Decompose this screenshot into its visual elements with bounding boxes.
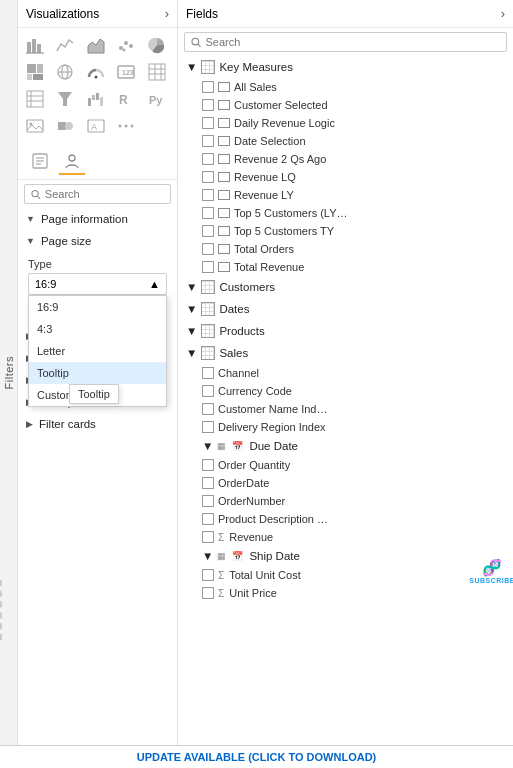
filter-cards-chevron: ▶	[26, 419, 33, 429]
field-item-date-selection[interactable]: Date Selection	[178, 132, 513, 150]
viz-icon-card[interactable]: 123	[113, 59, 139, 85]
dropdown-item-letter[interactable]: Letter	[29, 340, 166, 362]
all-sales-checkbox[interactable]	[202, 81, 214, 93]
customers-label: Customers	[219, 281, 275, 293]
field-item-total-revenue[interactable]: Total Revenue	[178, 258, 513, 276]
field-item-total-orders[interactable]: Total Orders	[178, 240, 513, 258]
field-item-revenue[interactable]: Σ Revenue	[178, 528, 513, 546]
svg-rect-24	[27, 91, 43, 107]
field-group-products[interactable]: ▼ Products	[178, 320, 513, 342]
viz-icon-image[interactable]	[22, 113, 48, 139]
page-size-chevron: ▼	[26, 236, 35, 246]
total-revenue-checkbox[interactable]	[202, 261, 214, 273]
field-item-channel[interactable]: Channel	[178, 364, 513, 382]
revenue-ly-checkbox[interactable]	[202, 189, 214, 201]
order-quantity-checkbox[interactable]	[202, 459, 214, 471]
fields-search-box[interactable]	[184, 32, 507, 52]
dropdown-item-169[interactable]: 16:9	[29, 296, 166, 318]
fields-arrow[interactable]: ›	[501, 6, 505, 21]
format-button[interactable]	[26, 147, 54, 175]
viz-icon-textbox[interactable]: A	[83, 113, 109, 139]
fields-button[interactable]	[58, 147, 86, 175]
channel-checkbox[interactable]	[202, 367, 214, 379]
top5-ly-checkbox[interactable]	[202, 207, 214, 219]
revenue-lq-checkbox[interactable]	[202, 171, 214, 183]
field-item-top5-ty[interactable]: Top 5 Customers TY	[178, 222, 513, 240]
field-group-customers[interactable]: ▼ Customers	[178, 276, 513, 298]
total-unit-cost-checkbox[interactable]	[202, 569, 214, 581]
dropdown-item-custom[interactable]: Custom	[29, 384, 166, 406]
field-item-revenue-lq[interactable]: Revenue LQ	[178, 168, 513, 186]
unit-price-checkbox[interactable]	[202, 587, 214, 599]
customer-name-checkbox[interactable]	[202, 403, 214, 415]
dropdown-item-tooltip[interactable]: Tooltip Tooltip	[29, 362, 166, 384]
svg-rect-2	[37, 44, 41, 53]
field-item-revenue-ly[interactable]: Revenue LY	[178, 186, 513, 204]
top5-ty-checkbox[interactable]	[202, 225, 214, 237]
unit-price-label: Unit Price	[229, 587, 277, 599]
currency-code-checkbox[interactable]	[202, 385, 214, 397]
viz-icon-pie[interactable]	[144, 32, 170, 58]
viz-icon-python[interactable]: Py	[144, 86, 170, 112]
field-item-all-sales[interactable]: All Sales	[178, 78, 513, 96]
date-selection-checkbox[interactable]	[202, 135, 214, 147]
viz-icon-scatter[interactable]	[113, 32, 139, 58]
viz-icon-matrix[interactable]	[22, 86, 48, 112]
filter-cards-header[interactable]: ▶ Filter cards	[18, 413, 177, 435]
viz-icon-table[interactable]	[144, 59, 170, 85]
page-size-header[interactable]: ▼ Page size	[18, 230, 177, 252]
viz-icon-more[interactable]	[113, 113, 139, 139]
field-item-customer-name[interactable]: Customer Name Ind…	[178, 400, 513, 418]
field-group-key-measures[interactable]: ▼ Key Measures	[178, 56, 513, 78]
page-information-header[interactable]: ▼ Page information	[18, 208, 177, 230]
field-item-top5-ly[interactable]: Top 5 Customers (LY…	[178, 204, 513, 222]
field-item-product-description[interactable]: Product Description …	[178, 510, 513, 528]
viz-search-box[interactable]	[24, 184, 171, 204]
field-item-delivery-region[interactable]: Delivery Region Index	[178, 418, 513, 436]
product-description-checkbox[interactable]	[202, 513, 214, 525]
field-item-ordernumber[interactable]: OrderNumber	[178, 492, 513, 510]
field-group-sales[interactable]: ▼ Sales	[178, 342, 513, 364]
viz-icon-shape[interactable]	[52, 113, 78, 139]
delivery-region-checkbox[interactable]	[202, 421, 214, 433]
daily-revenue-checkbox[interactable]	[202, 117, 214, 129]
viz-panel-arrow[interactable]: ›	[165, 6, 169, 21]
filters-label: Filters	[3, 356, 15, 389]
customer-selected-checkbox[interactable]	[202, 99, 214, 111]
viz-icon-gauge[interactable]	[83, 59, 109, 85]
total-orders-checkbox[interactable]	[202, 243, 214, 255]
update-bar[interactable]: UPDATE AVAILABLE (CLICK TO DOWNLOAD)	[0, 745, 513, 768]
fields-search-input[interactable]	[205, 36, 500, 48]
field-group-due-date[interactable]: ▼ ▦ 📅 Due Date	[178, 436, 513, 456]
viz-icon-area-chart[interactable]	[83, 32, 109, 58]
viz-icon-map[interactable]	[52, 59, 78, 85]
viz-icon-line-chart[interactable]	[52, 32, 78, 58]
field-item-total-unit-cost[interactable]: Σ Total Unit Cost 🧬 SUBSCRIBE	[178, 566, 513, 584]
field-group-dates[interactable]: ▼ Dates	[178, 298, 513, 320]
field-item-unit-price[interactable]: Σ Unit Price	[178, 584, 513, 602]
field-item-order-quantity[interactable]: Order Quantity	[178, 456, 513, 474]
revenue-2qs-checkbox[interactable]	[202, 153, 214, 165]
viz-icon-waterfall[interactable]	[83, 86, 109, 112]
dropdown-item-43[interactable]: 4:3	[29, 318, 166, 340]
field-group-ship-date[interactable]: ▼ ▦ 📅 Ship Date	[178, 546, 513, 566]
field-item-revenue-2qs[interactable]: Revenue 2 Qs Ago	[178, 150, 513, 168]
ordernumber-checkbox[interactable]	[202, 495, 214, 507]
viz-toolbar	[18, 143, 177, 180]
field-item-orderdate[interactable]: OrderDate	[178, 474, 513, 492]
channel-label: Channel	[218, 367, 259, 379]
viz-icon-funnel[interactable]	[52, 86, 78, 112]
field-item-daily-revenue[interactable]: Daily Revenue Logic	[178, 114, 513, 132]
revenue-checkbox[interactable]	[202, 531, 214, 543]
type-dropdown[interactable]: 16:9 ▲ 16:9 4:3 Letter Tooltip Tooltip C…	[28, 273, 167, 295]
viz-icon-r-visual[interactable]: R	[113, 86, 139, 112]
viz-icon-treemap[interactable]	[22, 59, 48, 85]
field-item-currency-code[interactable]: Currency Code	[178, 382, 513, 400]
field-item-customer-selected[interactable]: Customer Selected	[178, 96, 513, 114]
dropdown-trigger[interactable]: 16:9 ▲	[28, 273, 167, 295]
products-label: Products	[219, 325, 264, 337]
currency-code-label: Currency Code	[218, 385, 292, 397]
viz-search-input[interactable]	[45, 188, 164, 200]
viz-icon-stacked-bar[interactable]	[22, 32, 48, 58]
orderdate-checkbox[interactable]	[202, 477, 214, 489]
